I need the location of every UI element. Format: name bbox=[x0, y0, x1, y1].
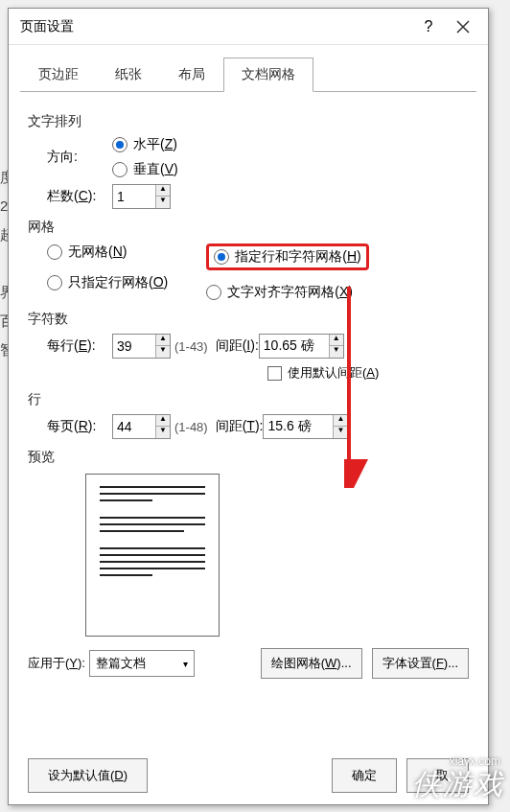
titlebar: 页面设置 ? bbox=[9, 9, 488, 45]
radio-line-char-grid[interactable]: 指定行和字符网格(H) bbox=[214, 248, 360, 266]
line-spacing-label: 间距(T): bbox=[216, 418, 264, 435]
radio-align-char-label: 文字对齐字符网格(X) bbox=[227, 284, 353, 301]
close-icon bbox=[456, 20, 470, 34]
radio-line-char-label: 指定行和字符网格(H) bbox=[235, 248, 360, 266]
section-preview: 预览 bbox=[28, 449, 469, 466]
radio-align-char-grid[interactable]: 文字对齐字符网格(X) bbox=[206, 284, 368, 301]
radio-line-only[interactable]: 只指定行网格(O) bbox=[47, 274, 168, 291]
radio-no-grid-label: 无网格(N) bbox=[68, 244, 127, 261]
per-page-spinner[interactable]: ▲▼ bbox=[112, 414, 171, 439]
draw-grid-button[interactable]: 绘图网格(W)... bbox=[261, 648, 362, 679]
dialog-title: 页面设置 bbox=[20, 18, 411, 35]
radio-icon bbox=[206, 285, 221, 300]
radio-icon bbox=[214, 249, 229, 265]
radio-icon bbox=[112, 162, 128, 177]
preview-thumbnail bbox=[85, 474, 220, 637]
per-page-hint: (1-48) bbox=[174, 420, 208, 434]
radio-horizontal[interactable]: 水平(Z) bbox=[112, 136, 178, 153]
apply-to-select[interactable]: 整篇文档 ▾ bbox=[89, 650, 195, 677]
section-grid: 网格 bbox=[28, 219, 469, 236]
per-line-hint: (1-43) bbox=[174, 339, 208, 354]
columns-label: 栏数(C): bbox=[47, 188, 112, 205]
direction-label: 方向: bbox=[47, 149, 112, 166]
tab-layout[interactable]: 布局 bbox=[160, 58, 223, 92]
radio-no-grid[interactable]: 无网格(N) bbox=[47, 244, 168, 261]
radio-vertical-label: 垂直(V) bbox=[133, 161, 178, 178]
font-settings-button[interactable]: 字体设置(F)... bbox=[372, 648, 469, 679]
default-spacing-label: 使用默认间距(A) bbox=[288, 364, 379, 382]
tab-strip: 页边距 纸张 布局 文档网格 bbox=[20, 57, 476, 92]
per-page-input[interactable] bbox=[113, 419, 155, 434]
watermark-brand: 侠游戏 bbox=[412, 765, 504, 804]
spin-down-icon[interactable]: ▼ bbox=[156, 427, 170, 438]
radio-icon bbox=[112, 137, 128, 152]
per-line-spinner[interactable]: ▲▼ bbox=[112, 334, 171, 359]
section-text-direction: 文字排列 bbox=[28, 113, 469, 130]
page-setup-dialog: 页面设置 ? 页边距 纸张 布局 文档网格 文字排列 方向: 水平(Z) 垂直(… bbox=[8, 8, 489, 805]
line-spacing-spinner[interactable]: ▲▼ bbox=[263, 414, 348, 439]
per-line-input[interactable] bbox=[113, 338, 155, 354]
line-spacing-input[interactable] bbox=[264, 419, 333, 434]
radio-line-only-label: 只指定行网格(O) bbox=[68, 274, 168, 291]
radio-horizontal-label: 水平(Z) bbox=[133, 136, 177, 153]
spin-down-icon[interactable]: ▼ bbox=[334, 427, 347, 438]
dialog-footer: 设为默认值(D) 确定 取 bbox=[28, 758, 469, 793]
char-spacing-label: 间距(I): bbox=[216, 337, 259, 355]
set-default-button[interactable]: 设为默认值(D) bbox=[28, 758, 148, 793]
columns-spinner[interactable]: ▲▼ bbox=[112, 184, 171, 209]
columns-input[interactable] bbox=[113, 189, 155, 204]
apply-to-label: 应用于(Y): bbox=[28, 655, 85, 672]
ok-button[interactable]: 确定 bbox=[332, 758, 397, 793]
dialog-content: 文字排列 方向: 水平(Z) 垂直(V) 栏数(C): ▲▼ 网格 bbox=[9, 92, 488, 690]
radio-icon bbox=[47, 244, 62, 260]
spin-down-icon[interactable]: ▼ bbox=[156, 197, 170, 208]
radio-vertical[interactable]: 垂直(V) bbox=[112, 161, 178, 178]
spin-down-icon[interactable]: ▼ bbox=[156, 346, 170, 358]
tab-paper[interactable]: 纸张 bbox=[97, 58, 160, 92]
section-lines: 行 bbox=[28, 391, 469, 408]
background-text: 度2超界百智 bbox=[0, 163, 8, 364]
help-button[interactable]: ? bbox=[411, 12, 446, 41]
section-chars: 字符数 bbox=[28, 311, 469, 328]
spin-down-icon[interactable]: ▼ bbox=[330, 346, 343, 358]
close-button[interactable] bbox=[446, 12, 480, 41]
per-line-label: 每行(E): bbox=[47, 337, 112, 355]
radio-icon bbox=[47, 275, 62, 290]
apply-to-value: 整篇文档 bbox=[96, 655, 146, 672]
char-spacing-input[interactable] bbox=[260, 338, 329, 354]
tab-margins[interactable]: 页边距 bbox=[20, 58, 97, 92]
chevron-down-icon: ▾ bbox=[183, 659, 188, 669]
highlighted-option: 指定行和字符网格(H) bbox=[206, 244, 368, 270]
per-page-label: 每页(R): bbox=[47, 418, 112, 435]
tab-document-grid[interactable]: 文档网格 bbox=[223, 58, 313, 92]
default-spacing-checkbox[interactable] bbox=[267, 366, 282, 381]
char-spacing-spinner[interactable]: ▲▼ bbox=[259, 334, 344, 359]
